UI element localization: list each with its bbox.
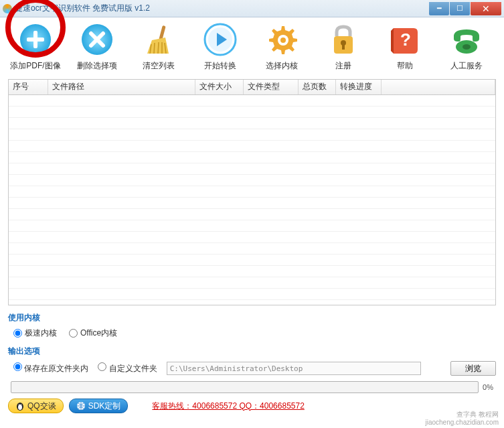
close-button[interactable]: ✕ <box>471 2 501 15</box>
col-num[interactable]: 序号 <box>9 80 48 94</box>
help-icon: ? <box>388 23 422 56</box>
titlebar: 捷速ocr文字识别软件 免费试用版 v1.2 ━ ☐ ✕ <box>0 0 504 17</box>
plus-icon <box>19 23 52 56</box>
service-label: 人工服务 <box>450 60 483 72</box>
app-icon <box>3 4 12 13</box>
maximize-button[interactable]: ☐ <box>450 2 470 15</box>
col-type[interactable]: 文件类型 <box>243 80 298 94</box>
progress-percent: 0% <box>483 383 493 391</box>
sdk-button[interactable]: SDK定制 <box>69 399 129 413</box>
hotline-link[interactable]: 客服热线：4006685572 QQ：4006685572 <box>152 401 304 412</box>
svg-rect-2 <box>27 38 44 42</box>
output-original-radio[interactable] <box>13 362 22 371</box>
svg-point-18 <box>21 404 22 405</box>
penguin-icon <box>15 401 25 411</box>
table-body <box>9 94 495 299</box>
help-button[interactable]: ? 帮助 <box>375 20 435 79</box>
delete-label: 删除选择项 <box>77 60 117 72</box>
minimize-button[interactable]: ━ <box>429 2 449 15</box>
register-label: 注册 <box>335 60 351 72</box>
add-pdf-label: 添加PDF/图像 <box>10 60 60 72</box>
phone-icon <box>450 23 483 56</box>
qq-chat-button[interactable]: QQ交谈 <box>8 399 64 413</box>
window-title: 捷速ocr文字识别软件 免费试用版 v1.2 <box>15 3 429 14</box>
file-table[interactable]: 序号 文件路径 文件大小 文件类型 总页数 转换进度 <box>8 79 496 305</box>
service-button[interactable]: 人工服务 <box>436 20 497 79</box>
table-header-row: 序号 文件路径 文件大小 文件类型 总页数 转换进度 <box>9 80 495 94</box>
browse-button[interactable]: 浏览 <box>450 361 496 376</box>
play-icon <box>203 23 237 56</box>
clear-button[interactable]: 清空列表 <box>129 20 189 79</box>
kernel-label: 选择内核 <box>266 60 298 72</box>
start-label: 开始转换 <box>204 60 236 72</box>
output-custom-option[interactable]: 自定义文件夹 <box>98 362 157 374</box>
lock-icon <box>327 23 360 56</box>
kernel-section-label: 使用内核 <box>8 312 496 324</box>
svg-point-14 <box>463 44 471 50</box>
svg-rect-11 <box>342 44 345 50</box>
col-path[interactable]: 文件路径 <box>48 80 195 94</box>
output-original-option[interactable]: 保存在原文件夹内 <box>13 362 88 374</box>
add-pdf-button[interactable]: 添加PDF/图像 <box>5 20 66 79</box>
col-spacer <box>381 80 495 94</box>
x-icon <box>80 23 114 56</box>
col-progress[interactable]: 转换进度 <box>335 80 381 94</box>
kernel-fast-option[interactable]: 极速内核 <box>13 328 57 339</box>
toolbar: 添加PDF/图像 删除选择项 清空列表 开始转换 选择内核 注册 <box>0 17 504 79</box>
col-pages[interactable]: 总页数 <box>298 80 335 94</box>
broom-icon <box>142 23 175 56</box>
kernel-office-radio[interactable] <box>69 329 78 338</box>
progress-bar <box>11 381 479 393</box>
start-button[interactable]: 开始转换 <box>190 20 250 79</box>
svg-point-8 <box>280 38 286 43</box>
svg-text:?: ? <box>400 29 411 50</box>
output-custom-radio[interactable] <box>98 362 106 371</box>
kernel-button[interactable]: 选择内核 <box>252 20 312 79</box>
help-label: 帮助 <box>397 60 413 72</box>
register-button[interactable]: 注册 <box>313 20 373 79</box>
delete-button[interactable]: 删除选择项 <box>67 20 127 79</box>
kernel-fast-radio[interactable] <box>13 329 22 338</box>
output-path-input[interactable] <box>167 362 421 375</box>
watermark: 查字典 教程网 jiaocheng.chazidian.com <box>425 411 499 427</box>
svg-point-16 <box>18 405 22 410</box>
globe-icon <box>76 401 86 411</box>
gear-icon <box>265 23 299 56</box>
col-size[interactable]: 文件大小 <box>195 80 243 94</box>
kernel-office-option[interactable]: Office内核 <box>69 328 117 339</box>
clear-label: 清空列表 <box>143 60 175 72</box>
svg-point-17 <box>19 404 20 405</box>
output-section-label: 输出选项 <box>8 346 496 357</box>
